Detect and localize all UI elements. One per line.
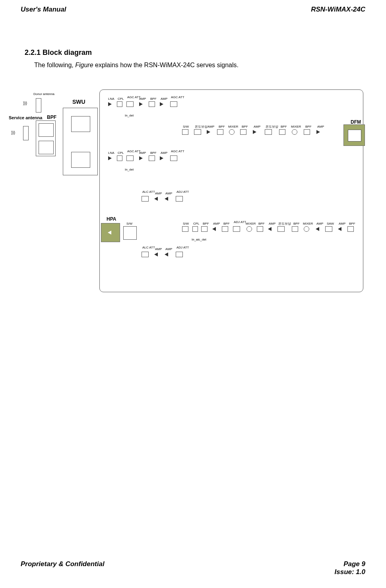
donor-antenna-icon	[36, 98, 41, 113]
amp-icon	[139, 102, 143, 106]
bpf-block	[36, 120, 56, 156]
section-heading: Block diagram	[43, 49, 92, 56]
amp-icon	[160, 156, 163, 160]
dfm-label: DFM	[351, 120, 361, 124]
page-footer: Proprietary & Confidential Page 9 Issue:…	[0, 560, 386, 576]
page-header: User's Manual RSN-WiMAX-24C	[0, 0, 386, 14]
amp-icon	[338, 227, 341, 231]
amp-icon	[154, 252, 158, 256]
block-diagram: Donor antenna ))) Service antenna ))) BP…	[21, 85, 367, 292]
header-left: User's Manual	[21, 6, 66, 14]
amp-icon	[108, 156, 112, 160]
amp-icon	[154, 197, 158, 201]
body-text: The following, Figure explains how the R…	[34, 62, 365, 69]
amp-icon	[207, 130, 210, 134]
figure-ref: Figure	[75, 62, 93, 68]
rf-waves-icon: )))	[11, 131, 15, 135]
dfm-block	[343, 124, 365, 146]
amp-icon	[253, 130, 256, 134]
rf-waves-icon: )))	[23, 101, 27, 105]
mixer-icon	[304, 226, 309, 232]
amp-icon	[268, 227, 272, 231]
header-right: RSN-WiMAX-24C	[311, 6, 365, 14]
amp-icon	[316, 130, 320, 134]
section-number: 2.2.1	[25, 49, 41, 56]
tx-sw-label: S/W	[126, 222, 132, 225]
donor-antenna-label: Donor antenna	[33, 93, 49, 96]
section-title: 2.2.1 Block diagram	[25, 49, 365, 57]
footer-issue: Issue: 1.0	[335, 568, 366, 576]
amp-icon	[165, 252, 168, 256]
bpf-block-label: BPF	[47, 115, 56, 120]
swu-block	[63, 108, 98, 175]
swu-label: SWU	[72, 99, 85, 105]
footer-left: Proprietary & Confidential	[21, 560, 105, 576]
udc-block	[99, 89, 363, 292]
service-antenna-icon	[23, 126, 29, 140]
amp-icon	[160, 102, 163, 106]
amp-icon	[139, 156, 143, 160]
amp-icon	[108, 231, 111, 235]
service-antenna-label: Service antenna	[9, 116, 29, 120]
amp-icon	[212, 227, 216, 231]
amp-icon	[165, 197, 168, 201]
amp-icon	[108, 102, 112, 106]
mixer-icon	[246, 226, 252, 232]
footer-page: Page 9	[343, 560, 365, 568]
mixer-icon	[292, 129, 297, 135]
amp-icon	[316, 227, 319, 231]
tx-switch	[123, 226, 137, 240]
hpa-block	[101, 223, 120, 242]
hpa-label: HPA	[107, 217, 116, 221]
mixer-icon	[229, 129, 235, 135]
